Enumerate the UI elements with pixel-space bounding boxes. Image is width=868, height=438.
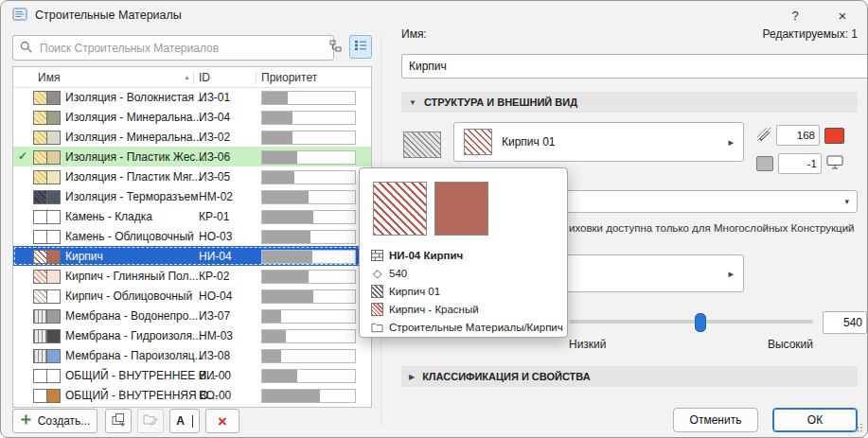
duplicate-button[interactable] [105, 409, 132, 433]
table-row[interactable]: ОБЩИЙ - ВНУТРЕННЕЕ И...ВИ-00 [13, 365, 371, 385]
edit-folder-button[interactable] [137, 409, 164, 433]
cut-fill-selector[interactable]: Кирпич 01 ▸ [453, 122, 744, 162]
cut-fill-swatch [33, 230, 47, 244]
surface-swatch [46, 389, 61, 403]
tooltip-title: НИ-04 Кирпич [389, 250, 463, 261]
material-id: КР-02 [199, 270, 229, 283]
material-id: НИ-04 [199, 250, 232, 263]
table-row[interactable]: Изоляция - Минеральна...ИЗ-02 [13, 127, 371, 147]
slider-track[interactable] [569, 320, 813, 324]
section-classification-label: КЛАССИФИКАЦИЯ И СВОЙСТВА [422, 371, 591, 382]
name-header-row: Имя: Редактируемых: 1 [401, 27, 858, 41]
material-name: Мембрана - Водонепро... [65, 309, 198, 323]
tooltip-fill-row: Кирпич 01 [371, 284, 561, 298]
cut-fill-swatch [33, 170, 47, 184]
table-row[interactable]: КирпичНИ-04 [13, 246, 371, 266]
sort-icon: ▲ [184, 74, 190, 80]
create-button[interactable]: Создать... [12, 409, 97, 433]
priority-bar [261, 150, 356, 165]
table-row[interactable]: Изоляция - Пластик Мяг...ИЗ-05 [13, 166, 371, 186]
priority-slider[interactable] [569, 313, 813, 330]
priority-bar [261, 329, 356, 343]
priority-bar [261, 369, 356, 383]
table-row[interactable]: Изоляция - Волокнистая ...ИЗ-01 [13, 87, 371, 107]
slider-thumb[interactable] [695, 313, 706, 332]
name-label: Имя: [401, 27, 427, 41]
rename-button[interactable]: A [169, 409, 200, 433]
cut-fill-background-pen-input[interactable] [778, 153, 822, 174]
header-separator [256, 71, 257, 84]
priority-bar [261, 210, 356, 224]
tree-view-button[interactable] [325, 35, 347, 59]
delete-button[interactable]: × [205, 409, 239, 433]
folder-pen-icon [143, 413, 158, 429]
material-id: КР-01 [199, 210, 229, 223]
building-materials-dialog: Строительные Материалы ? × Имя ▲ ID [0, 0, 868, 438]
material-name: Изоляция - Пластик Мяг... [65, 170, 201, 184]
material-id: ИЗ-06 [199, 150, 230, 164]
collapse-triangle-icon: ▼ [409, 98, 416, 107]
list-view-button[interactable] [349, 35, 372, 59]
material-id: НО-03 [199, 230, 232, 243]
table-row[interactable]: Изоляция - ТерморазъемНМ-02 [13, 186, 371, 206]
cut-fill-swatch [33, 369, 47, 383]
surface-swatch [46, 309, 61, 324]
column-header-id[interactable]: ID [199, 71, 210, 84]
monitor-icon[interactable] [826, 155, 843, 172]
surface-swatch [46, 170, 61, 184]
material-name: Изоляция - Минеральна... [65, 111, 203, 124]
material-id: ИЗ-02 [199, 131, 230, 144]
table-row[interactable]: ✓Изоляция - Пластик Жес...ИЗ-06 [13, 147, 371, 166]
cut-fill-swatch [33, 389, 47, 403]
table-row[interactable]: Камень - КладкаКР-01 [13, 206, 371, 226]
flyout-arrow-icon: ▸ [728, 136, 734, 149]
surface-swatch [46, 190, 61, 204]
table-row[interactable]: Изоляция - Минеральна...ИЗ-04 [13, 107, 371, 127]
table-row[interactable]: Мембрана - Гидроизоля...НМ-03 [13, 325, 371, 345]
table-row[interactable]: ОБЩИЙ - ВНУТРЕННЯЯ О...ВО-00 [13, 385, 371, 405]
flyout-arrow-icon: ▸ [728, 268, 734, 280]
cut-fill-pen-input[interactable] [776, 125, 820, 146]
priority-bar [261, 250, 356, 264]
cut-fill-swatch [33, 349, 47, 363]
section-classification[interactable]: ▶ КЛАССИФИКАЦИЯ И СВОЙСТВА [401, 366, 858, 387]
table-row[interactable]: Мембрана - Водонепро...ИЗ-07 [13, 306, 371, 325]
list-view-icon [354, 40, 367, 54]
header-separator [193, 71, 194, 84]
table-row[interactable]: Кирпич - ОблицовочныйНО-04 [13, 286, 371, 306]
material-tooltip: НИ-04 Кирпич ◇ 540 Кирпич 01 Кирпич - Кр… [359, 167, 568, 338]
priority-bar [261, 389, 356, 403]
material-id: НМ-03 [199, 329, 233, 342]
search-input[interactable] [38, 41, 327, 56]
priority-bar [261, 131, 356, 145]
surface-swatch [46, 150, 61, 165]
materials-table: Имя ▲ ID Приоритет Изоляция - Волокниста… [12, 66, 372, 408]
material-name: Изоляция - Минеральна... [65, 131, 203, 144]
cancel-button[interactable]: Отменить [673, 408, 758, 432]
material-id: ИЗ-07 [199, 309, 230, 323]
hatch-pen-icon [756, 127, 771, 145]
materials-list: Изоляция - Волокнистая ...ИЗ-01Изоляция … [13, 87, 371, 407]
search-box [12, 35, 334, 61]
column-header-priority[interactable]: Приоритет [261, 71, 317, 84]
priority-bar [261, 289, 356, 304]
resize-grip[interactable] [853, 423, 863, 433]
section-structure[interactable]: ▼ СТРУКТУРА И ВНЕШНИЙ ВИД [401, 92, 858, 113]
material-name-input[interactable] [401, 54, 868, 79]
checkmark-icon: ✓ [18, 149, 27, 163]
text-caret-icon [192, 415, 193, 428]
cut-fill-name: Кирпич 01 [502, 135, 556, 149]
table-row[interactable]: Кирпич - Глиняный Пол...КР-02 [13, 266, 371, 286]
surface-swatch [46, 210, 61, 224]
priority-input[interactable] [823, 311, 867, 334]
tooltip-cut-fill: Кирпич 01 [389, 286, 440, 297]
ok-button[interactable]: ОК [772, 408, 858, 432]
tooltip-folder-path: Строительные Материалы/Кирпич [389, 322, 563, 333]
folder-icon [371, 321, 383, 333]
column-header-name[interactable]: Имя [38, 71, 60, 84]
table-row[interactable]: Камень - ОблицовочныйНО-03 [13, 226, 371, 246]
pen-color-chip[interactable] [824, 128, 844, 144]
cut-fill-swatch [33, 329, 47, 343]
table-row[interactable]: Мембрана - Пароизоляц...ИЗ-08 [13, 345, 371, 365]
cut-fill-swatch [33, 289, 47, 304]
